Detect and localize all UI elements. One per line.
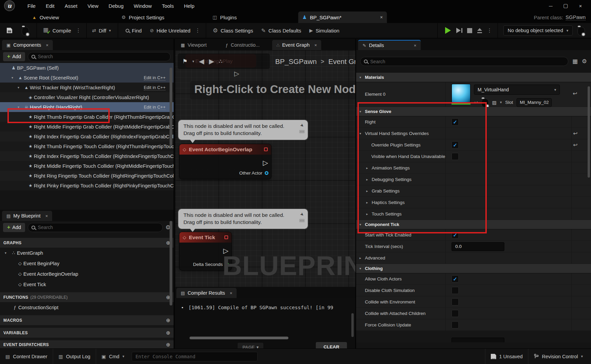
details-row[interactable]: ▾ Component Tick xyxy=(356,220,591,229)
menu-item[interactable]: View xyxy=(83,0,104,12)
tab-details[interactable]: ✎ Details × xyxy=(358,40,421,50)
arrow-down[interactable]: ▾ xyxy=(359,223,365,226)
menu-item[interactable]: Asset xyxy=(60,0,83,12)
project-settings-button[interactable]: ⚙ Project Settings xyxy=(122,12,165,23)
frame-skip-button[interactable] xyxy=(456,28,462,33)
arrow-right[interactable]: ▸ xyxy=(366,201,372,204)
overview-button[interactable]: ▲ Oveview xyxy=(32,12,59,23)
details-row[interactable]: Visible when Hand Data Unavailable xyxy=(356,151,591,162)
details-row[interactable]: Tick Interval (secs) 0.0 xyxy=(356,241,591,252)
ellipsis-icon[interactable]: ⋯ xyxy=(299,219,305,222)
details-row[interactable]: ▾ Sense Glove xyxy=(356,107,591,116)
edit-in-cpp-link[interactable]: Edit in C++ xyxy=(144,105,166,110)
slot-value-input[interactable]: MI_Manny_02 xyxy=(517,98,552,107)
find-button[interactable]: Find xyxy=(126,28,142,33)
my-blueprint-row[interactable]: ◇ Event Tick xyxy=(0,279,174,290)
property-value-input[interactable]: 0.0 xyxy=(452,242,504,251)
material-dropdown[interactable]: M_VirtualHand ▾ xyxy=(474,85,560,95)
pin-icon[interactable]: ➤ xyxy=(299,211,305,218)
my-blueprint-row[interactable]: ◇ Event BeginPlay xyxy=(0,258,174,269)
console-command-input[interactable] xyxy=(135,354,254,359)
circle-plus-icon[interactable]: ⊕ xyxy=(166,317,170,323)
browse-icon[interactable] xyxy=(481,98,489,108)
add-blueprint-item-button[interactable]: + Add xyxy=(3,223,25,232)
compile-options-kebab-icon[interactable]: ⋮ xyxy=(76,27,81,33)
details-row[interactable]: Collide with Attached Children xyxy=(356,308,591,319)
hide-unrelated-button[interactable]: ⊘ Hide Unrelated xyxy=(150,28,191,33)
page-button[interactable]: PAGE ▾ xyxy=(238,343,263,348)
arrow-down[interactable]: ▾ xyxy=(5,251,10,255)
property-checkbox[interactable] xyxy=(452,287,459,294)
close-icon[interactable]: × xyxy=(230,291,233,296)
edit-in-cpp-link[interactable]: Edit in C++ xyxy=(144,75,166,81)
back-icon[interactable]: ◀ xyxy=(199,57,204,65)
menu-item[interactable]: Help xyxy=(179,0,199,12)
property-checkbox[interactable] xyxy=(452,118,459,126)
my-blueprint-row[interactable]: VARIABLES ⊕ xyxy=(0,328,174,338)
maximize-icon[interactable]: ▢ xyxy=(563,3,569,9)
arrow-right[interactable]: ▸ xyxy=(359,256,365,260)
close-icon[interactable]: × xyxy=(46,43,49,48)
my-blueprint-row[interactable]: MACROS ⊕ xyxy=(0,315,174,325)
unsaved-button[interactable]: 1 Unsaved xyxy=(485,349,528,364)
menu-item[interactable]: Debug xyxy=(104,0,129,12)
component-tree-row[interactable]: ★ Right Thumb Fingertip Touch Collider (… xyxy=(0,141,174,151)
checker-icon[interactable]: ▨ xyxy=(492,100,497,105)
components-scrollbar[interactable] xyxy=(170,68,172,145)
my-blueprint-scrollbar[interactable] xyxy=(170,221,172,305)
component-tree-row[interactable]: ▾ ▲ Wrist Tracker Right (WristTrackerRig… xyxy=(0,83,174,92)
my-blueprint-row[interactable]: FUNCTIONS (29 OVERRIDABLE) ⊕ xyxy=(0,292,174,302)
circle-plus-icon[interactable]: ⊕ xyxy=(166,342,170,348)
stop-button[interactable] xyxy=(467,28,472,33)
gear-icon[interactable]: ⚙ xyxy=(582,58,587,65)
details-row[interactable]: ▸ Touch Settings xyxy=(356,208,591,220)
details-row[interactable]: ▸ Advanced xyxy=(356,252,591,264)
property-checkbox[interactable] xyxy=(452,231,459,238)
compiler-hscrollbar[interactable] xyxy=(190,337,288,339)
tab-compiler-results[interactable]: ▤ Compiler Results × xyxy=(176,288,237,298)
use-selected-icon[interactable]: ↩ xyxy=(474,100,478,105)
my-blueprint-row[interactable]: ◇ Event ActorBeginOverlap xyxy=(0,269,174,279)
property-checkbox[interactable] xyxy=(452,275,459,282)
bookmark-icon[interactable]: ⚑ xyxy=(182,58,188,65)
property-checkbox[interactable] xyxy=(452,321,459,328)
component-tree-row[interactable]: ★ Right Ring Fingertip Touch Collider (R… xyxy=(0,171,174,181)
components-search-input[interactable] xyxy=(38,54,167,59)
object-pin-icon[interactable] xyxy=(265,171,268,175)
my-blueprint-search-input[interactable] xyxy=(38,225,159,230)
details-row[interactable]: ▸ Haptics Settings xyxy=(356,197,591,208)
component-tree-row[interactable]: ▾ ☠ Hand Right (HandRight) Edit in C++ xyxy=(0,102,174,112)
arrow-right[interactable]: ▸ xyxy=(366,166,372,170)
class-defaults-button[interactable]: ✎ Class Defaults xyxy=(261,27,301,34)
component-tree-row[interactable]: ★ Right Middle Fingertip Grab Collider (… xyxy=(0,122,174,132)
property-checkbox[interactable] xyxy=(452,298,459,305)
arrow-down[interactable]: ▾ xyxy=(18,86,23,89)
tab-viewport[interactable]: ▦ Viewport xyxy=(176,40,211,50)
arrow-down[interactable]: ▾ xyxy=(359,267,365,270)
details-row[interactable]: ▾ Clothing xyxy=(356,264,591,273)
class-settings-button[interactable]: ⚙ Class Settings xyxy=(213,27,253,34)
details-row[interactable]: Right xyxy=(356,116,591,128)
event-graph-canvas[interactable]: Event BeginPlay ▷ ⚑ ▾ ◀ ▶ ∴ BP_SGPawn > … xyxy=(175,50,355,287)
output-pin-other-actor[interactable]: Other Actor xyxy=(239,170,268,176)
component-tree-row[interactable]: ★ Right Middle Fingertip Touch Collider … xyxy=(0,161,174,171)
simulation-button[interactable]: ▶ Simulation xyxy=(309,28,340,33)
arrow-right[interactable]: ▸ xyxy=(366,212,372,216)
revision-control-dropdown[interactable]: Revision Control ▾ xyxy=(528,349,591,364)
property-checkbox[interactable] xyxy=(452,153,459,160)
details-row[interactable]: Start with Tick Enabled xyxy=(356,229,591,241)
breadcrumb-event-graph[interactable]: Event Graph xyxy=(328,58,355,66)
tab-construction-script[interactable]: ƒ Constructio... xyxy=(221,40,264,50)
browse-asset-button[interactable] xyxy=(22,25,29,36)
menu-item[interactable]: Tools xyxy=(157,0,179,12)
hide-unrelated-kebab-icon[interactable]: ⋮ xyxy=(195,27,200,33)
close-icon[interactable]: × xyxy=(577,3,584,9)
diff-button[interactable]: ⇄ Diff ▾ xyxy=(92,28,111,33)
details-scrollbar[interactable] xyxy=(588,86,590,178)
save-button[interactable] xyxy=(7,28,12,33)
arrow-down[interactable]: ▾ xyxy=(12,76,17,79)
component-tree-row[interactable]: ▾ ▲ Scene Root (SceneRoot) Edit in C++ xyxy=(0,73,174,83)
component-tree-row[interactable]: ★ Right Pinky Fingertip Touch Collider (… xyxy=(0,181,174,190)
details-row[interactable]: ▾ Virtual Hand Settings Overrides ↩ xyxy=(356,128,591,139)
circle-plus-icon[interactable]: ⊕ xyxy=(166,330,170,336)
